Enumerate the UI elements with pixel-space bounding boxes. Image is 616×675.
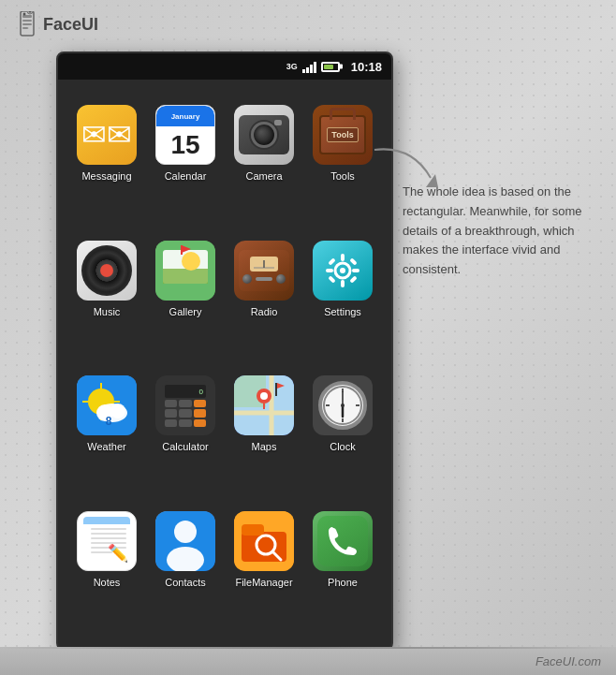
battery-fill bbox=[324, 65, 333, 69]
status-time: 10:18 bbox=[351, 60, 382, 74]
music-label: Music bbox=[94, 306, 121, 317]
app-item-filemanager[interactable]: FileManager bbox=[225, 500, 303, 636]
battery-indicator bbox=[321, 62, 340, 72]
signal-bars bbox=[302, 60, 316, 73]
bottom-bar-divider bbox=[0, 647, 616, 649]
calendar-label: Calendar bbox=[165, 170, 207, 182]
app-item-settings[interactable]: Settings bbox=[303, 229, 382, 365]
svg-point-34 bbox=[110, 404, 125, 418]
filemanager-icon bbox=[234, 511, 294, 571]
notes-label: Notes bbox=[94, 577, 121, 588]
phone-label: Phone bbox=[328, 577, 358, 588]
radio-label: Radio bbox=[251, 306, 278, 317]
phone-device: 3G 10:18 ✉ Messaging bbox=[56, 51, 393, 651]
logo-text: FaceUI bbox=[43, 15, 98, 35]
messaging-icon: ✉ bbox=[77, 105, 137, 165]
svg-rect-1 bbox=[22, 15, 32, 18]
contacts-label: Contacts bbox=[165, 577, 205, 588]
svg-point-5 bbox=[23, 13, 26, 16]
camera-icon bbox=[234, 105, 294, 165]
notes-icon: ✏️ bbox=[77, 511, 137, 571]
app-item-contacts[interactable]: Contacts bbox=[146, 500, 225, 636]
svg-rect-3 bbox=[22, 23, 32, 25]
description-area: The whole idea is based on the rectangul… bbox=[403, 183, 599, 280]
settings-label: Settings bbox=[324, 306, 361, 317]
svg-rect-4 bbox=[22, 27, 28, 29]
messaging-label: Messaging bbox=[81, 170, 131, 182]
app-item-music[interactable]: Music bbox=[67, 229, 146, 365]
content-area: ✉ Messaging January 15 Calendar bbox=[58, 80, 391, 649]
svg-rect-18 bbox=[341, 254, 345, 261]
status-bar: 3G 10:18 bbox=[58, 53, 391, 80]
svg-point-17 bbox=[340, 268, 345, 273]
svg-point-11 bbox=[182, 252, 200, 271]
clock-label: Clock bbox=[330, 441, 356, 452]
logo-area: FaceUI bbox=[17, 11, 98, 37]
weather-label: Weather bbox=[87, 441, 125, 452]
app-item-phone[interactable]: Phone bbox=[303, 500, 382, 636]
network-indicator: 3G bbox=[286, 62, 298, 71]
faceui-logo-icon bbox=[17, 11, 37, 37]
radio-icon bbox=[234, 241, 294, 301]
app-item-camera[interactable]: Camera bbox=[225, 94, 303, 229]
calculator-label: Calculator bbox=[162, 441, 209, 452]
calculator-icon: 0 bbox=[155, 375, 215, 435]
gallery-icon bbox=[155, 241, 215, 301]
camera-label: Camera bbox=[245, 170, 282, 182]
tools-label: Tools bbox=[330, 170, 355, 182]
phone-icon bbox=[313, 511, 373, 571]
svg-point-41 bbox=[260, 392, 268, 400]
svg-text:8: 8 bbox=[106, 415, 112, 428]
svg-rect-24 bbox=[328, 275, 335, 283]
gallery-label: Gallery bbox=[169, 306, 202, 317]
app-item-notes[interactable]: ✏️ Notes bbox=[67, 500, 146, 636]
bottom-bar: FaceUI.com bbox=[0, 647, 616, 675]
app-item-clock[interactable]: Clock bbox=[303, 364, 382, 500]
clock-icon bbox=[313, 375, 373, 435]
svg-rect-19 bbox=[341, 280, 345, 287]
app-item-calendar[interactable]: January 15 Calendar bbox=[146, 94, 225, 229]
app-item-calculator[interactable]: 0 Calculato bbox=[146, 364, 225, 500]
tools-briefcase-label: Tools bbox=[327, 127, 358, 142]
app-item-gallery[interactable]: Gallery bbox=[146, 229, 225, 365]
description-text: The whole idea is based on the rectangul… bbox=[403, 183, 599, 280]
calendar-day: 15 bbox=[170, 132, 199, 158]
svg-rect-20 bbox=[326, 269, 333, 272]
svg-rect-58 bbox=[242, 524, 264, 536]
svg-rect-43 bbox=[275, 383, 277, 396]
app-item-messaging[interactable]: ✉ Messaging bbox=[67, 94, 146, 229]
app-grid: ✉ Messaging January 15 Calendar bbox=[58, 80, 391, 649]
music-icon bbox=[77, 241, 137, 301]
svg-rect-21 bbox=[352, 269, 359, 272]
svg-rect-2 bbox=[22, 20, 32, 22]
svg-rect-10 bbox=[163, 269, 208, 284]
status-icons: 3G bbox=[286, 60, 340, 73]
maps-icon bbox=[234, 375, 294, 435]
svg-point-54 bbox=[174, 521, 197, 543]
contacts-icon bbox=[155, 511, 215, 571]
filemanager-label: FileManager bbox=[235, 577, 292, 588]
app-item-radio[interactable]: Radio bbox=[225, 229, 303, 365]
calendar-icon: January 15 bbox=[155, 105, 215, 165]
maps-label: Maps bbox=[252, 441, 277, 452]
svg-rect-23 bbox=[349, 257, 357, 265]
svg-point-52 bbox=[341, 404, 345, 407]
svg-rect-22 bbox=[328, 257, 335, 265]
weather-icon: 8 bbox=[77, 375, 137, 435]
app-item-weather[interactable]: 8 Weather bbox=[67, 364, 146, 500]
settings-icon bbox=[313, 241, 373, 301]
app-item-maps[interactable]: Maps bbox=[225, 364, 303, 500]
svg-rect-25 bbox=[349, 275, 357, 283]
bottom-logo-text: FaceUI.com bbox=[535, 654, 601, 668]
